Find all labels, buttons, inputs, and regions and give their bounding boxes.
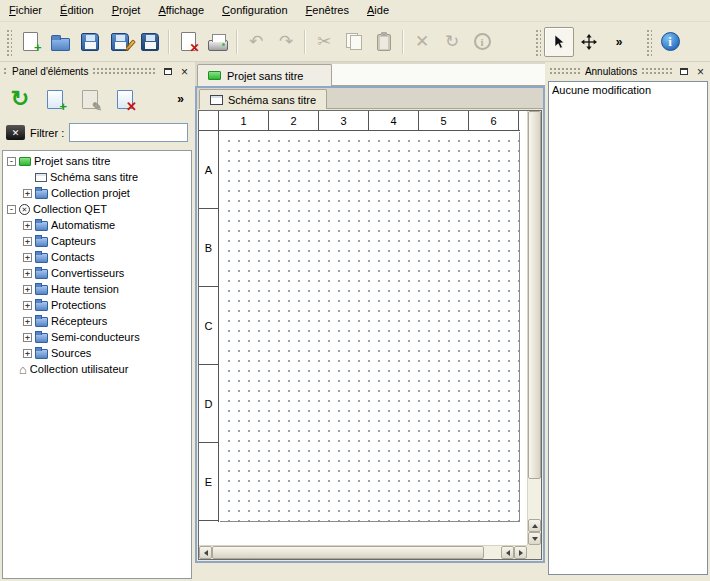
tree-item-capteurs[interactable]: + Capteurs xyxy=(3,233,191,249)
refresh-icon xyxy=(11,86,29,112)
reload-collections-button[interactable] xyxy=(6,85,34,113)
element-info-button[interactable]: i xyxy=(467,27,497,57)
edit-element-button[interactable] xyxy=(76,85,104,113)
column-header-5: 5 xyxy=(419,111,469,130)
about-button[interactable]: i xyxy=(655,27,685,57)
collapse-expander[interactable]: - xyxy=(7,205,16,214)
row-header-a: A xyxy=(199,131,218,209)
tree-item-automatisme[interactable]: + Automatisme xyxy=(3,217,191,233)
dock-grip[interactable] xyxy=(3,67,8,76)
dock-grip[interactable] xyxy=(549,67,581,76)
project-tabbar: Projet sans titre xyxy=(195,62,545,86)
toolbar-overflow-button[interactable]: » xyxy=(604,27,634,57)
tree-item-sources[interactable]: + Sources xyxy=(3,345,191,361)
tree-item-collection-utilisateur[interactable]: Collection utilisateur xyxy=(3,361,191,377)
filter-input[interactable] xyxy=(69,123,188,142)
expand-expander[interactable]: + xyxy=(23,317,32,326)
toolbar-grip[interactable] xyxy=(645,28,652,56)
tree-item-schema-sans-titre[interactable]: Schéma sans titre xyxy=(3,169,191,185)
expand-expander[interactable]: + xyxy=(23,189,32,198)
menu-item-projet[interactable]: Projet xyxy=(103,0,150,21)
expand-expander[interactable]: + xyxy=(23,237,32,246)
open-file-button[interactable] xyxy=(45,27,75,57)
copy-button[interactable] xyxy=(339,27,369,57)
scroll-left-button-2[interactable] xyxy=(501,546,514,559)
drawing-area[interactable] xyxy=(220,132,520,522)
rotate-button[interactable] xyxy=(437,27,467,57)
float-panel-button[interactable] xyxy=(677,65,690,78)
expand-expander[interactable]: + xyxy=(23,253,32,262)
dock-grip[interactable] xyxy=(641,67,673,76)
save-as-button[interactable] xyxy=(105,27,135,57)
close-panel-button[interactable] xyxy=(178,65,191,78)
save-all-icon xyxy=(141,33,159,51)
cut-button[interactable] xyxy=(309,27,339,57)
menu-item-configuration[interactable]: Configuration xyxy=(213,0,296,21)
delete-element-button[interactable]: ✕ xyxy=(111,85,139,113)
new-file-button[interactable]: + xyxy=(15,27,45,57)
dock-grip[interactable] xyxy=(92,67,157,76)
h-scrollbar-thumb[interactable] xyxy=(212,546,484,559)
expand-expander[interactable]: + xyxy=(23,221,32,230)
scroll-left-button[interactable] xyxy=(199,546,212,559)
tree-item-protections[interactable]: + Protections xyxy=(3,297,191,313)
tree-item-collection-projet[interactable]: + Collection projet xyxy=(3,185,191,201)
expand-expander[interactable]: + xyxy=(23,285,32,294)
menu-item-aide[interactable]: Aide xyxy=(358,0,398,21)
vertical-scrollbar[interactable] xyxy=(527,111,541,545)
paste-button[interactable] xyxy=(369,27,399,57)
save-all-button[interactable] xyxy=(135,27,165,57)
toolbar-grip[interactable] xyxy=(5,28,12,56)
save-button[interactable] xyxy=(75,27,105,57)
undo-button[interactable] xyxy=(241,27,271,57)
tree-item-haute-tension[interactable]: + Haute tension xyxy=(3,281,191,297)
schema-tab[interactable]: Schéma sans titre xyxy=(199,89,327,109)
print-button[interactable] xyxy=(203,27,233,57)
close-file-button[interactable]: ✕ xyxy=(173,27,203,57)
elements-panel-title: Panel d'éléments xyxy=(12,66,88,77)
tree-item-label: Automatisme xyxy=(51,219,115,231)
toolbar-grip[interactable] xyxy=(534,28,541,56)
row-header-d: D xyxy=(199,365,218,443)
tree-item-semi-conducteurs[interactable]: + Semi-conducteurs xyxy=(3,329,191,345)
v-scrollbar-track[interactable] xyxy=(528,479,541,519)
clear-filter-button[interactable] xyxy=(6,125,25,140)
tree-item-contacts[interactable]: + Contacts xyxy=(3,249,191,265)
undo-history-list[interactable]: Aucune modification xyxy=(548,81,708,575)
close-panel-button[interactable] xyxy=(694,65,707,78)
tree-item-label: Semi-conducteurs xyxy=(51,331,140,343)
delete-button[interactable] xyxy=(407,27,437,57)
redo-button[interactable] xyxy=(271,27,301,57)
scroll-down-button[interactable] xyxy=(528,532,541,545)
expand-expander[interactable]: + xyxy=(23,301,32,310)
rotate-icon xyxy=(445,33,459,50)
move-tool-button[interactable] xyxy=(574,27,604,57)
main-toolbar: + ✕ i xyxy=(0,22,710,62)
scroll-up-button[interactable] xyxy=(528,519,541,532)
menu-item-affichage[interactable]: Affichage xyxy=(149,0,213,21)
horizontal-scrollbar[interactable] xyxy=(199,545,527,559)
menu-item-edition[interactable]: Édition xyxy=(51,0,103,21)
scrollbar-corner xyxy=(527,545,541,559)
arrow-left-icon xyxy=(204,550,208,556)
select-tool-button[interactable] xyxy=(544,27,574,57)
filter-row: Filtrer : xyxy=(2,117,192,150)
tree-item-projet-sans-titre[interactable]: - Projet sans titre xyxy=(3,153,191,169)
new-element-button[interactable]: + xyxy=(41,85,69,113)
expand-expander[interactable]: + xyxy=(23,269,32,278)
collapse-expander[interactable]: - xyxy=(7,157,16,166)
menu-item-fenetres[interactable]: Fenêtres xyxy=(297,0,358,21)
tree-item-collection-qet[interactable]: - Collection QET xyxy=(3,201,191,217)
panel-overflow-button[interactable]: » xyxy=(173,90,188,108)
tree-item-recepteurs[interactable]: + Récepteurs xyxy=(3,313,191,329)
expand-expander[interactable]: + xyxy=(23,333,32,342)
float-panel-button[interactable] xyxy=(161,65,174,78)
project-tab[interactable]: Projet sans titre xyxy=(197,64,332,86)
menu-item-fichier[interactable]: Fichier xyxy=(0,0,51,21)
new-element-icon: + xyxy=(47,90,63,109)
scroll-right-button[interactable] xyxy=(514,546,527,559)
tree-item-convertisseurs[interactable]: + Convertisseurs xyxy=(3,265,191,281)
expand-expander[interactable]: + xyxy=(23,349,32,358)
h-scrollbar-track[interactable] xyxy=(484,546,501,559)
v-scrollbar-thumb[interactable] xyxy=(528,111,541,479)
